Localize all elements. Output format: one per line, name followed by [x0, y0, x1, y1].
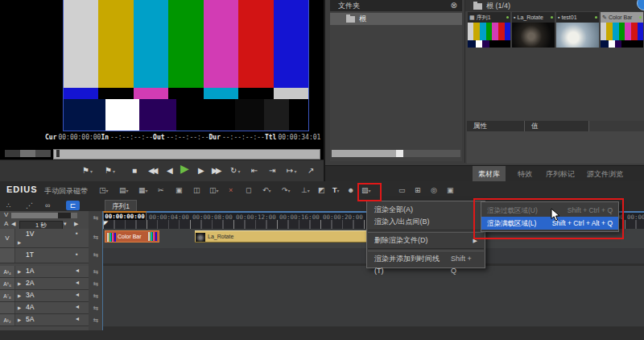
- set-in-out-button[interactable]: ◻: [246, 185, 251, 197]
- track-header-1t[interactable]: 1T ▪: [0, 248, 89, 263]
- caret-icon[interactable]: ▾: [90, 169, 93, 174]
- speaker-icon[interactable]: ◂: [76, 303, 79, 310]
- mode-icon-a[interactable]: ∴: [6, 200, 11, 211]
- track-content-3a[interactable]: [103, 290, 644, 303]
- patch-icon[interactable]: ⇆: [90, 234, 101, 241]
- track-header-3a[interactable]: A⁷₈ ▶ 3A ◂: [0, 290, 89, 302]
- track-header-1v[interactable]: V 1V ▶ ▪: [0, 229, 89, 248]
- patch-icon[interactable]: ⇆: [90, 292, 101, 300]
- delete-button[interactable]: ×: [229, 185, 233, 197]
- clip-thumbnail[interactable]: [556, 23, 599, 48]
- mode-icon-c[interactable]: ∞: [45, 200, 50, 211]
- multicam-button[interactable]: ⊞: [415, 185, 421, 197]
- speaker-icon[interactable]: ◂: [76, 267, 79, 274]
- cut-button[interactable]: ✂: [158, 185, 164, 197]
- menu-item-render-in-out[interactable]: 渲染入/出点间(B): [367, 216, 485, 228]
- bin-clip-colorbar[interactable]: ✎Color Bar: [601, 12, 643, 48]
- caret-icon[interactable]: ▾: [237, 169, 240, 174]
- mode-icon-b[interactable]: ⋰: [26, 200, 33, 211]
- speaker-icon[interactable]: ◂: [76, 279, 79, 286]
- step-back-button[interactable]: ◀: [167, 164, 173, 177]
- rewind-button[interactable]: ◀◀: [148, 164, 155, 177]
- caret-icon[interactable]: ▾: [294, 169, 296, 174]
- expand-icon[interactable]: ▶: [18, 281, 21, 286]
- stop-button[interactable]: ■: [132, 164, 137, 177]
- mode-insert-toggle[interactable]: ⊏: [66, 201, 80, 210]
- sequence-tab[interactable]: 序列1: [105, 200, 137, 211]
- track-header-2a[interactable]: A⁵₆ ▶ 2A ◂: [0, 278, 89, 290]
- menu-item-render-all[interactable]: 渲染全部(A): [367, 204, 485, 216]
- expand-icon[interactable]: ▶: [18, 293, 21, 298]
- save-project-button[interactable]: ▦▾: [138, 185, 148, 197]
- zoom-slider-box[interactable]: [71, 213, 77, 218]
- expand-icon[interactable]: ▶: [18, 305, 21, 310]
- paste-button[interactable]: ◫: [193, 185, 200, 197]
- bin-clip-larotate[interactable]: ▪La_Rotate: [512, 12, 555, 48]
- loop-playback-button[interactable]: ↻▾: [230, 164, 240, 177]
- track-content-2a[interactable]: [103, 278, 644, 291]
- track-content-4a[interactable]: [103, 302, 644, 315]
- track-content-5a[interactable]: [103, 314, 644, 327]
- tab-source-browser[interactable]: 源文件浏览: [581, 166, 629, 182]
- patch-icon[interactable]: ⇆: [90, 317, 101, 324]
- title-button[interactable]: T▾: [332, 185, 340, 197]
- bin-clip-sequence1[interactable]: ▦序列1: [468, 12, 510, 48]
- track-header-5a[interactable]: A¹₂ ▶ 5A ◂: [0, 314, 89, 326]
- clip-thumbnail[interactable]: [468, 23, 510, 48]
- expand-icon[interactable]: ▶: [18, 240, 21, 245]
- patch-icon[interactable]: ⇆: [90, 280, 101, 288]
- play-button[interactable]: ▶: [180, 162, 189, 176]
- tab-effects[interactable]: 特效: [512, 166, 538, 182]
- fast-forward-button[interactable]: ▶▶: [212, 164, 219, 177]
- vectorscope-button[interactable]: ◎: [431, 185, 437, 197]
- scrubber-playhead[interactable]: [56, 150, 60, 157]
- speaker-icon[interactable]: ◂: [76, 291, 79, 298]
- play-around-cursor-button[interactable]: ↦▾: [287, 164, 296, 177]
- timeline-clip-larotate[interactable]: La_Rotate: [195, 230, 370, 243]
- caret-icon[interactable]: ▾: [113, 169, 115, 174]
- scale-prev-icon[interactable]: ◀: [11, 221, 15, 227]
- copy-button[interactable]: ▣: [175, 185, 183, 197]
- expand-icon[interactable]: ▶: [18, 317, 21, 322]
- set-out-marker-button[interactable]: ⚑▾: [105, 164, 115, 177]
- patch-icon[interactable]: ⇆: [90, 251, 101, 259]
- patch-icon[interactable]: ⇆: [90, 268, 101, 276]
- voice-over-button[interactable]: ☻: [347, 185, 354, 197]
- capture-button[interactable]: ◳▾: [99, 185, 109, 197]
- redo-button[interactable]: ↷▾: [282, 185, 291, 197]
- mode-button[interactable]: ◩: [318, 185, 325, 197]
- expand-icon[interactable]: ▶: [18, 269, 21, 274]
- shuttle-control[interactable]: [5, 150, 51, 157]
- clip-thumbnail[interactable]: [512, 23, 555, 48]
- tab-sequence-markers[interactable]: 序列标记: [540, 166, 580, 182]
- step-forward-button[interactable]: ▶: [198, 164, 204, 177]
- menu-item-delete-render-files[interactable]: 删除渲染文件(D)▶: [367, 234, 485, 247]
- folder-horizontal-scrollbar[interactable]: [332, 150, 460, 157]
- scrollbar-thumb[interactable]: [332, 150, 396, 157]
- mute-icon[interactable]: ▪: [76, 230, 78, 237]
- timeline-clip-colorbar[interactable]: Color Bar: [105, 230, 159, 243]
- open-project-button[interactable]: ▤▾: [119, 185, 129, 197]
- scrollbar-end-cap[interactable]: [396, 150, 403, 157]
- track-header-4a[interactable]: ▶ 4A ◂: [0, 302, 89, 314]
- screen-layout-button[interactable]: ▭: [398, 185, 406, 197]
- patch-icon[interactable]: ⇆: [90, 214, 101, 222]
- track-header-1a[interactable]: A³₄ ▶ 1A ◂: [0, 266, 89, 278]
- goto-out-button[interactable]: ⇥: [269, 164, 275, 177]
- mute-icon[interactable]: ▪: [76, 251, 78, 258]
- clip-thumbnail[interactable]: [601, 23, 643, 48]
- patch-icon[interactable]: ⇆: [90, 305, 101, 312]
- set-in-marker-button[interactable]: ⚑▾: [82, 164, 93, 177]
- export-file-button[interactable]: ▣: [447, 185, 454, 197]
- chevron-down-icon[interactable]: ▾: [64, 221, 67, 227]
- close-icon[interactable]: ⊗: [451, 0, 457, 11]
- export-button[interactable]: ↗: [308, 164, 314, 177]
- goto-in-button[interactable]: ⇤: [251, 164, 258, 177]
- undo-button[interactable]: ↶▾: [262, 185, 271, 197]
- scale-next-icon[interactable]: ▶: [74, 221, 78, 227]
- folder-tree-item-root[interactable]: 根: [330, 13, 462, 25]
- menu-item-render-add-to-timeline[interactable]: 渲染并添加到时间线(T)Shift + Q: [367, 253, 485, 265]
- speaker-icon[interactable]: ◂: [76, 315, 79, 322]
- add-cut-point-button[interactable]: ⊥▾: [301, 185, 310, 197]
- tab-asset-library[interactable]: 素材库: [473, 166, 506, 182]
